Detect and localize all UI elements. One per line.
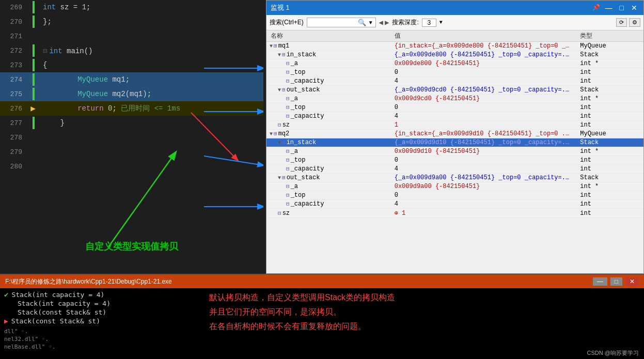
- table-row: ▼⊞out_stack{_a=0x009d9a00 {-842150451} _…: [266, 174, 643, 182]
- col-header-type: 类型: [576, 30, 643, 42]
- line-number: 279: [0, 148, 28, 156]
- table-row: ⊟sz1int: [266, 121, 643, 130]
- dropdown-icon[interactable]: ▼: [368, 20, 373, 25]
- table-row: ⊟_top0int: [266, 191, 643, 200]
- line-indicator: ▶: [28, 103, 38, 114]
- console-minimize[interactable]: —: [593, 277, 607, 286]
- console-body: ✔ Stack(int capacity = 4) Stack(int capa…: [0, 288, 644, 359]
- watch-toolbar: 搜索(Ctrl+E) 🔍 ▼ ◀ ▶ 搜索深度: ▼ ⟳ ⚙: [266, 15, 643, 30]
- code-content: MyQueue mq1;: [38, 75, 263, 84]
- table-row: ▼⊞in_stack{_a=0x009de800 {-842150451} _t…: [266, 51, 643, 59]
- check-icon: ✔: [4, 290, 8, 299]
- console-text-1: Stack(int capacity = 4): [11, 291, 104, 299]
- console-dll-3: nelBase.dll" ◦.: [4, 344, 55, 350]
- table-row: ⊟sz⊕ 1int: [266, 209, 643, 218]
- console-line-3: Stack(const Stack& st): [4, 308, 200, 316]
- code-line-270: 270 };: [0, 14, 263, 29]
- line-number: 271: [0, 33, 28, 40]
- console-close[interactable]: ✕: [625, 277, 639, 286]
- table-row: ▼⊞mq1{in_stack={_a=0x009de800 {-84215045…: [266, 42, 643, 51]
- search-input[interactable]: [309, 19, 356, 26]
- console-comment-1: 默认拷贝构造，自定义类型调用Stack类的拷贝构造: [209, 291, 639, 304]
- line-number: 278: [0, 134, 28, 142]
- line-number: 280: [0, 163, 28, 170]
- code-line-275: 275 MyQueue mq2(mq1);: [0, 87, 263, 101]
- console-line-4: ▶ Stack(const Stack& st): [4, 317, 200, 325]
- red-arrow-icon: ▶: [4, 317, 8, 325]
- code-line-279: 279: [0, 145, 263, 159]
- console-line-2: Stack(int capacity = 4): [4, 300, 200, 307]
- watch-table: 名称 值 类型 ▼⊞mq1{in_stack={_a=0x009de800 {-…: [266, 30, 643, 273]
- search-icon[interactable]: 🔍: [358, 19, 366, 26]
- code-content: ⊟int main(): [38, 46, 263, 55]
- console-title-controls: — □ ✕: [593, 277, 639, 286]
- table-row: ⊟_top0int: [266, 156, 643, 165]
- console-right: 默认拷贝构造，自定义类型调用Stack类的拷贝构造 并且它们开的空间不同，是深拷…: [204, 288, 644, 359]
- code-line-271: 271: [0, 29, 263, 43]
- table-row: ▼⊞mq2{in_stack={_a=0x009d9d10 {-84215045…: [266, 130, 643, 138]
- line-number: 273: [0, 61, 28, 69]
- line-indicator: [28, 73, 38, 86]
- table-row: ⊟_capacity4int: [266, 165, 643, 174]
- pin-icon[interactable]: 📌: [592, 4, 600, 12]
- forward-arrow[interactable]: ▶: [385, 18, 389, 27]
- line-indicator: [28, 44, 38, 57]
- depth-arrow[interactable]: ▼: [439, 20, 443, 25]
- console-line-7: nelBase.dll" ◦.: [4, 344, 200, 350]
- depth-input[interactable]: [422, 19, 436, 27]
- table-row: ⊟_a0x009d9d10 {-842150451}int *: [266, 147, 643, 156]
- console-comment-3: 在各自析构的时候不会有重复释放的问题。: [209, 320, 639, 333]
- watch-title-bar: 监视 1 📌 — □ ✕: [266, 1, 643, 15]
- code-line-272: 272 ⊟int main(): [0, 43, 263, 58]
- table-row: ⊟_a0x009d9a00 {-842150451}int *: [266, 182, 643, 191]
- code-line-273: 273 {: [0, 58, 263, 72]
- line-number: 272: [0, 47, 28, 55]
- console-text-3: Stack(const Stack& st): [18, 308, 106, 316]
- watch-panel: 监视 1 📌 — □ ✕ 搜索(Ctrl+E) 🔍 ▼ ◀ ▶ 搜索深度: ▼ …: [266, 0, 644, 274]
- code-line-277: 277 }: [0, 116, 263, 130]
- minimize-button[interactable]: —: [603, 4, 615, 12]
- code-content: }: [38, 119, 263, 127]
- line-indicator: [28, 59, 38, 71]
- console-left: ✔ Stack(int capacity = 4) Stack(int capa…: [0, 288, 204, 359]
- code-line-269: 269 int sz = 1;: [0, 0, 263, 14]
- console-title-bar: F:\程序员的修炼之路\hardwork\Cpp1-21\Debug\Cpp1-…: [0, 275, 644, 288]
- code-content: MyQueue mq2(mq1);: [38, 90, 263, 98]
- console-line-1: ✔ Stack(int capacity = 4): [4, 290, 200, 299]
- table-row: ⊟_capacity4int: [266, 200, 643, 209]
- console-maximize[interactable]: □: [610, 277, 622, 286]
- col-header-value: 值: [390, 30, 576, 42]
- annotation-text: 自定义类型实现值拷贝: [85, 240, 178, 253]
- settings-button[interactable]: ⚙: [629, 18, 640, 27]
- console-footer: CSDN @响苏要学习: [587, 349, 639, 357]
- code-content: return 0; 已用时间 <= 1ms: [38, 104, 263, 113]
- nav-arrows: ◀ ▶: [379, 18, 389, 27]
- line-indicator: [28, 88, 38, 100]
- code-content: };: [38, 18, 263, 26]
- code-content: int sz = 1;: [38, 3, 263, 11]
- code-line-280: 280: [0, 159, 263, 174]
- close-button[interactable]: ✕: [629, 4, 639, 12]
- maximize-button[interactable]: □: [618, 4, 626, 12]
- console-dll-1: dll" ◦.: [4, 328, 28, 335]
- refresh-button[interactable]: ⟳: [616, 18, 627, 27]
- line-indicator: [28, 117, 38, 129]
- console-panel: F:\程序员的修炼之路\hardwork\Cpp1-21\Debug\Cpp1-…: [0, 274, 644, 359]
- line-number: 275: [0, 90, 28, 98]
- col-header-name: 名称: [266, 30, 390, 42]
- console-line-5: dll" ◦.: [4, 328, 200, 335]
- table-row: ⊟_capacity4int: [266, 112, 643, 121]
- search-box: 🔍 ▼: [307, 18, 376, 27]
- back-arrow[interactable]: ◀: [379, 18, 383, 27]
- line-number: 270: [0, 18, 28, 26]
- table-row: ⊟_top0int: [266, 68, 643, 77]
- line-number: 276: [0, 105, 28, 113]
- console-line-6: nel32.dll" ◦.: [4, 336, 200, 342]
- table-row: ⊟_top0int: [266, 103, 643, 112]
- line-number: 277: [0, 119, 28, 127]
- table-row: ⊟_a0x009d9cd0 {-842150451}int *: [266, 95, 643, 103]
- console-text-4: Stack(const Stack& st): [11, 317, 100, 325]
- watch-title-controls: 📌 — □ ✕: [592, 4, 639, 12]
- table-row: ▼⊞in_stack{_a=0x009d9d10 {-842150451} _t…: [266, 138, 643, 147]
- line-number: 274: [0, 76, 28, 84]
